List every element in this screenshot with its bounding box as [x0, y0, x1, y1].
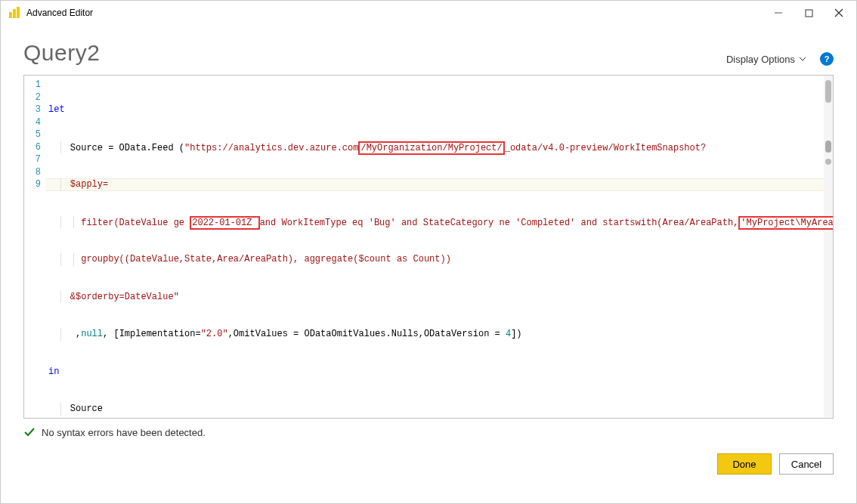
line-number: 5: [24, 128, 41, 141]
code-token: _odata/v4.0-preview/WorkItemSnapshot?: [505, 143, 706, 153]
minimize-button[interactable]: [772, 6, 785, 20]
help-button[interactable]: ?: [820, 52, 834, 66]
code-editor[interactable]: 1 2 3 4 5 6 7 8 9 let Source = OData.Fee…: [23, 75, 834, 419]
code-token: "2.0": [201, 329, 228, 339]
close-button[interactable]: [832, 6, 846, 20]
svg-rect-2: [17, 7, 20, 18]
chevron-down-icon: [799, 57, 806, 61]
code-token: ]): [511, 329, 521, 339]
scroll-track[interactable]: [824, 76, 833, 418]
code-token: , [Implementation=: [103, 329, 201, 339]
code-token: in: [48, 366, 59, 377]
check-icon: [23, 426, 36, 438]
code-token: groupby((DateValue,State,Area/AreaPath),…: [48, 254, 451, 264]
line-number: 9: [24, 178, 41, 191]
line-number: 6: [24, 141, 41, 154]
app-icon: [8, 7, 20, 19]
annotation-highlight: 2022-01-01Z: [190, 216, 259, 230]
query-title: Query2: [23, 40, 100, 66]
code-token: null: [81, 329, 103, 339]
annotation-highlight: 'MyProject\MyAreaPath'))/: [738, 216, 833, 230]
code-token: Source: [48, 404, 103, 414]
code-line: groupby((DateValue,State,Area/AreaPath),…: [48, 253, 830, 266]
line-number: 4: [24, 116, 41, 129]
code-line: ,null, [Implementation="2.0",OmitValues …: [48, 328, 830, 341]
svg-rect-4: [806, 10, 812, 17]
svg-rect-1: [13, 9, 16, 18]
line-number: 7: [24, 153, 41, 166]
display-options-dropdown[interactable]: Display Options: [726, 54, 806, 65]
code-token: and WorkItemType eq 'Bug' and StateCateg…: [260, 218, 739, 228]
code-line: Source: [48, 403, 830, 416]
help-icon-label: ?: [825, 54, 830, 63]
scroll-marker: [825, 141, 831, 153]
code-token: "https://analytics.dev.azure.com: [184, 143, 358, 153]
line-number: 8: [24, 166, 41, 179]
code-line: &$orderby=DateValue": [48, 291, 830, 304]
code-token: &$orderby=DateValue": [48, 292, 179, 302]
code-line: $apply=: [48, 178, 830, 191]
window-title: Advanced Editor: [26, 8, 772, 18]
titlebar: Advanced Editor: [1, 1, 856, 25]
code-token: Source = OData.Feed (: [48, 143, 184, 153]
code-line: in: [48, 366, 830, 379]
code-line: filter(DateValue ge 2022-01-01Z and Work…: [48, 216, 830, 229]
maximize-button[interactable]: [802, 6, 815, 20]
annotation-highlight: /MyOrganization/MyProject/: [358, 141, 504, 155]
display-options-label: Display Options: [726, 54, 795, 65]
code-token: filter(DateValue ge: [48, 218, 190, 228]
window-controls: [772, 6, 850, 20]
code-token: let: [48, 104, 65, 115]
scroll-marker: [825, 80, 831, 103]
footer: Done Cancel: [1, 446, 856, 475]
code-line: let: [48, 104, 830, 116]
code-token: ,OmitValues = ODataOmitValues.Nulls,ODat…: [228, 329, 506, 339]
header: Query2 Display Options ?: [1, 25, 856, 75]
scroll-marker: [825, 159, 831, 165]
cancel-button[interactable]: Cancel: [779, 453, 834, 475]
code-area[interactable]: let Source = OData.Feed ("https://analyt…: [45, 76, 833, 418]
code-token: $apply=: [48, 179, 108, 190]
line-number: 3: [24, 104, 41, 116]
header-right: Display Options ?: [726, 52, 834, 66]
line-gutter: 1 2 3 4 5 6 7 8 9: [24, 76, 45, 418]
done-button[interactable]: Done: [717, 453, 772, 475]
status-message: No syntax errors have been detected.: [42, 427, 206, 438]
status-bar: No syntax errors have been detected.: [1, 419, 856, 446]
line-number: 2: [24, 91, 41, 104]
code-line: Source = OData.Feed ("https://analytics.…: [48, 141, 830, 154]
svg-rect-0: [9, 12, 12, 18]
line-number: 1: [24, 79, 41, 91]
code-token: ,: [48, 329, 81, 339]
